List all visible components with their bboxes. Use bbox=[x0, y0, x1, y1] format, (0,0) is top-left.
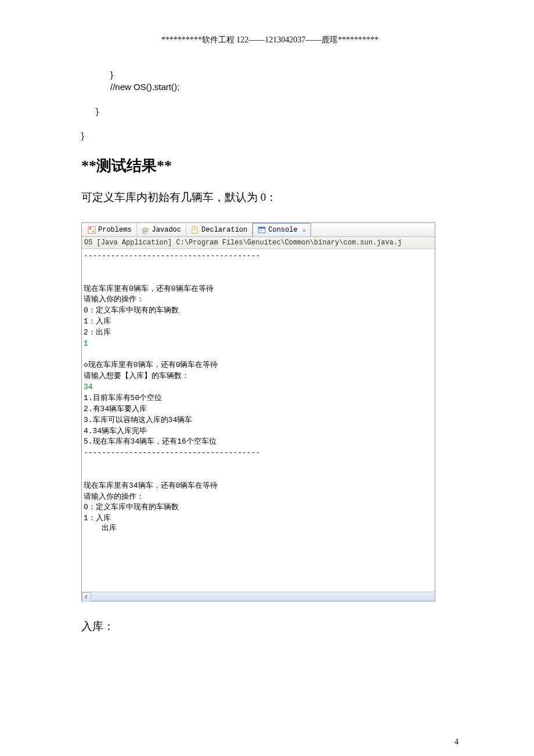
code-snippet: } //new OS().start(); } } bbox=[81, 69, 459, 142]
tab-bar: Problems @ Javadoc Declaration Console ✕ bbox=[82, 223, 435, 237]
tab-problems[interactable]: Problems bbox=[83, 223, 137, 236]
scroll-left-icon[interactable] bbox=[82, 592, 91, 602]
svg-rect-0 bbox=[88, 226, 95, 233]
section-title: **测试结果** bbox=[81, 156, 459, 176]
svg-rect-1 bbox=[89, 228, 91, 229]
svg-rect-2 bbox=[92, 231, 94, 232]
page-header: **********软件工程 122——1213042037——鹿瑶******… bbox=[81, 35, 459, 45]
javadoc-icon: @ bbox=[142, 226, 150, 234]
intro-text: 可定义车库内初始有几辆车，默认为 0： bbox=[81, 190, 459, 205]
tab-label: Declaration bbox=[201, 226, 247, 234]
tab-label: Console bbox=[268, 226, 297, 234]
tab-javadoc[interactable]: @ Javadoc bbox=[137, 223, 186, 236]
tab-label: Javadoc bbox=[152, 226, 181, 234]
tab-console[interactable]: Console ✕ bbox=[252, 223, 311, 236]
page-number: 4 bbox=[454, 737, 459, 747]
close-icon[interactable]: ✕ bbox=[302, 226, 306, 234]
tab-label: Problems bbox=[98, 226, 132, 234]
declaration-icon bbox=[191, 226, 199, 234]
console-icon bbox=[258, 226, 266, 234]
console-path: OS [Java Application] C:\Program Files\G… bbox=[82, 237, 435, 249]
svg-rect-7 bbox=[258, 227, 265, 229]
horizontal-scrollbar[interactable] bbox=[82, 592, 435, 601]
tab-declaration[interactable]: Declaration bbox=[186, 223, 252, 236]
footer-text: 入库： bbox=[81, 619, 459, 634]
ide-console-panel: Problems @ Javadoc Declaration Console ✕… bbox=[81, 222, 435, 602]
problems-icon bbox=[88, 226, 96, 234]
console-output: --------------------------------------- … bbox=[82, 249, 435, 592]
